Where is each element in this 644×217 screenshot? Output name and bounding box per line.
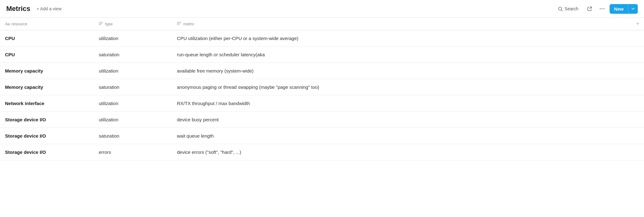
table-row[interactable]: Memory capacity utilization available fr…: [0, 63, 644, 79]
cell-metric: device errors ("soft", "hard", ...): [172, 145, 631, 159]
external-link-button[interactable]: [585, 4, 595, 14]
lines-icon-metric: [177, 22, 181, 26]
table-header: Aa resource type metric: [0, 18, 644, 30]
table-row[interactable]: Storage device I/O utilization device bu…: [0, 112, 644, 128]
col-header-metric: metric: [172, 20, 631, 28]
col-header-type: type: [94, 20, 172, 28]
cell-resource: Memory capacity: [0, 64, 94, 78]
cell-type: errors: [94, 145, 172, 159]
more-options-icon: [600, 8, 605, 9]
cell-metric: CPU utilization (either per-CPU or a sys…: [172, 31, 631, 45]
cell-type: saturation: [94, 80, 172, 94]
table-row[interactable]: Storage device I/O errors device errors …: [0, 144, 644, 160]
resource-col-label: resource: [12, 22, 28, 26]
cell-type: saturation: [94, 129, 172, 143]
cell-resource: Network interface: [0, 96, 94, 110]
text-type-icon: Aa: [5, 22, 10, 26]
cell-metric: device busy percent: [172, 113, 631, 127]
svg-point-2: [600, 8, 601, 9]
cell-resource: Storage device I/O: [0, 113, 94, 127]
cell-resource: Storage device I/O: [0, 145, 94, 159]
chevron-down-icon: [631, 8, 635, 10]
col-header-resource: Aa resource: [0, 20, 94, 28]
cell-type: utilization: [94, 31, 172, 45]
cell-type: utilization: [94, 96, 172, 110]
cell-metric: RX/TX throughput / max bandwidth: [172, 96, 631, 110]
table-row[interactable]: Network interface utilization RX/TX thro…: [0, 95, 644, 112]
cell-metric: run-queue length or scheduler latency(ak…: [172, 48, 631, 62]
cell-type: saturation: [94, 48, 172, 62]
svg-point-4: [604, 8, 605, 9]
cell-metric: anonymous paging or thread swapping (may…: [172, 80, 631, 94]
table-body: CPU utilization CPU utilization (either …: [0, 30, 644, 160]
more-options-button[interactable]: [597, 4, 607, 14]
lines-icon-type: [99, 22, 103, 26]
table-row[interactable]: CPU saturation run-queue length or sched…: [0, 47, 644, 63]
external-link-icon: [587, 6, 592, 11]
search-label: Search: [565, 6, 578, 11]
metrics-table: Aa resource type metric: [0, 18, 644, 160]
cell-metric: available free memory (system-wide): [172, 64, 631, 78]
new-button[interactable]: New: [610, 4, 628, 14]
cell-metric: wait queue length: [172, 129, 631, 143]
svg-point-3: [602, 8, 603, 9]
table-row[interactable]: CPU utilization CPU utilization (either …: [0, 30, 644, 47]
metric-col-label: metric: [183, 22, 194, 26]
type-col-label: type: [105, 22, 113, 26]
header: Metrics + Add a view Search New: [0, 0, 644, 18]
cell-resource: Memory capacity: [0, 80, 94, 94]
page-title: Metrics: [6, 5, 30, 13]
cell-resource: CPU: [0, 48, 94, 62]
add-view-button[interactable]: + Add a view: [34, 5, 64, 13]
cell-type: utilization: [94, 64, 172, 78]
table-row[interactable]: Storage device I/O saturation wait queue…: [0, 128, 644, 144]
new-dropdown-button[interactable]: [628, 4, 638, 13]
cell-type: utilization: [94, 113, 172, 127]
table-row[interactable]: Memory capacity saturation anonymous pag…: [0, 79, 644, 95]
search-button[interactable]: Search: [554, 4, 582, 13]
new-button-group: New: [610, 4, 638, 14]
cell-resource: Storage device I/O: [0, 129, 94, 143]
add-column-button[interactable]: +: [631, 20, 644, 28]
svg-line-1: [561, 10, 562, 11]
cell-resource: CPU: [0, 31, 94, 45]
search-icon: [558, 7, 563, 11]
toolbar-right: Search New: [554, 4, 638, 14]
